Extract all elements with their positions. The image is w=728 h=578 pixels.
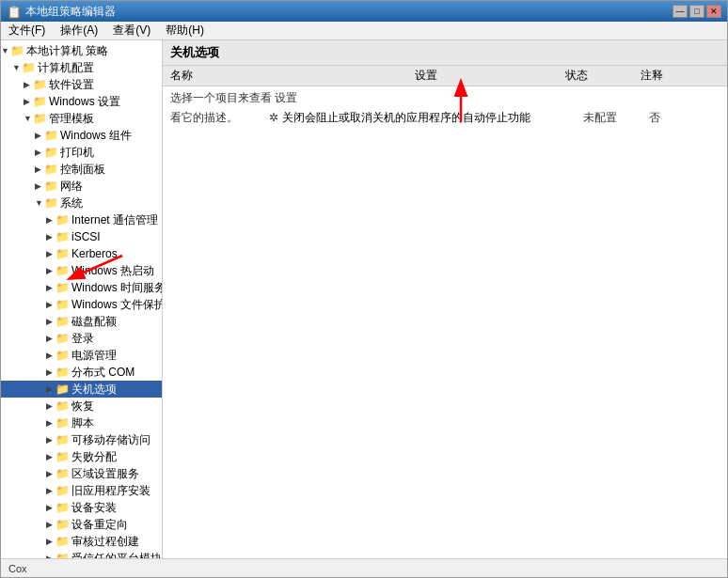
tree-item-network[interactable]: ▶📁网络 — [1, 178, 162, 195]
tree-item-regional-services[interactable]: ▶📁区域设置服务 — [1, 465, 162, 482]
tree-item-iscsi[interactable]: ▶📁iSCSI — [1, 228, 162, 245]
tree-label-regional-services: 区域设置服务 — [71, 466, 139, 481]
title-bar-buttons[interactable]: — □ ✕ — [673, 5, 721, 18]
policy-item-name[interactable]: 关闭会阻止或取消关机的应用程序的自动停止功能 — [282, 111, 530, 124]
tree-item-admin-templates[interactable]: ▼📁管理模板 — [1, 110, 162, 127]
col-header-note: 注释 — [641, 68, 716, 84]
folder-icon-regional-services: 📁 — [55, 466, 70, 481]
tree-arrow-regional-services: ▶ — [46, 466, 55, 481]
folder-icon-printers: 📁 — [44, 145, 58, 160]
col-header-status: 状态 — [565, 68, 641, 84]
tree-label-locale: 失败分配 — [71, 449, 117, 464]
right-body: 选择一个项目来查看 设置 看它的描述。 ✲ 关闭会阻止或取消关机的应用程序的自动… — [163, 86, 727, 558]
tree-item-scripts[interactable]: ▶📁脚本 — [1, 414, 162, 431]
tree-item-logon[interactable]: ▶📁登录 — [1, 330, 162, 347]
status-text: Cox — [8, 563, 27, 574]
tree-label-computer-config: 计算机配置 — [38, 60, 94, 75]
folder-icon-shutdown: 📁 — [55, 382, 70, 397]
folder-icon-windows-file-protection: 📁 — [55, 297, 70, 312]
tree-item-windows-autologon[interactable]: ▶📁Windows 热启动 — [1, 262, 162, 279]
tree-item-computer-config[interactable]: ▼📁计算机配置 — [1, 59, 162, 76]
tree-item-device-redirect[interactable]: ▶📁设备重定向 — [1, 516, 162, 533]
tree-item-control-panel[interactable]: ▶📁控制面板 — [1, 161, 162, 178]
tree-item-windows-file-protection[interactable]: ▶📁Windows 文件保护 — [1, 296, 162, 313]
tree-label-app-install: 旧应用程序安装 — [71, 483, 150, 498]
tree-label-logon: 登录 — [71, 331, 94, 346]
tree-arrow-kerberos: ▶ — [46, 246, 55, 261]
tree-item-trusted-platform[interactable]: ▶📁受信任的平台模块服务 — [1, 550, 162, 558]
tree-arrow-printers: ▶ — [35, 145, 44, 160]
tree-item-app-install[interactable]: ▶📁旧应用程序安装 — [1, 482, 162, 499]
tree-label-system: 系统 — [60, 195, 83, 211]
tree-label-windows-autologon: Windows 热启动 — [71, 263, 154, 278]
tree-item-shutdown[interactable]: ▶📁关机选项 — [1, 381, 162, 398]
tree-label-kerberos: Kerberos — [71, 246, 118, 261]
minimize-button[interactable]: — — [673, 5, 688, 18]
tree-item-windows-time[interactable]: ▶📁Windows 时间服务 — [1, 279, 162, 296]
tree-arrow-windows-components: ▶ — [35, 128, 44, 143]
tree-arrow-device-install: ▶ — [46, 500, 55, 515]
tree-item-removable-storage[interactable]: ▶📁可移动存储访问 — [1, 431, 162, 448]
tree-item-distributed-com[interactable]: ▶📁分布式 COM — [1, 364, 162, 381]
menu-bar: 文件(F) 操作(A) 查看(V) 帮助(H) — [1, 22, 727, 40]
maximize-button[interactable]: □ — [689, 5, 704, 18]
folder-icon-windows-components: 📁 — [44, 128, 58, 143]
window-title: 本地组策略编辑器 — [25, 4, 116, 20]
tree-item-power-mgmt[interactable]: ▶📁电源管理 — [1, 347, 162, 364]
main-window: 📋 本地组策略编辑器 — □ ✕ 文件(F) 操作(A) 查看(V) 帮助(H)… — [0, 0, 728, 578]
tree-arrow-distributed-com: ▶ — [46, 365, 55, 380]
col-header-name: 名称 — [170, 68, 415, 84]
tree-arrow-root-computer: ▼ — [1, 43, 10, 58]
tree-label-internet-comm: Internet 通信管理 — [71, 212, 158, 227]
tree-label-disk-quota: 磁盘配额 — [71, 314, 117, 329]
tree-label-printers: 打印机 — [60, 145, 94, 160]
tree-label-network: 网络 — [60, 179, 83, 194]
description-line1: 选择一个项目来查看 设置 — [170, 90, 720, 106]
tree-arrow-power-mgmt: ▶ — [46, 348, 55, 363]
title-bar-left: 📋 本地组策略编辑器 — [7, 4, 116, 20]
tree-item-windows-settings[interactable]: ▶📁Windows 设置 — [1, 93, 162, 110]
tree-item-internet-comm[interactable]: ▶📁Internet 通信管理 — [1, 211, 162, 228]
tree-label-windows-components: Windows 组件 — [60, 128, 132, 143]
tree-arrow-trusted-platform: ▶ — [46, 551, 55, 558]
tree-arrow-device-redirect: ▶ — [46, 517, 55, 532]
tree-item-locale[interactable]: ▶📁失败分配 — [1, 448, 162, 465]
tree-arrow-windows-file-protection: ▶ — [46, 297, 55, 312]
folder-icon-locale: 📁 — [55, 449, 70, 464]
tree-item-recovery[interactable]: ▶📁恢复 — [1, 398, 162, 414]
tree-item-device-install[interactable]: ▶📁设备安装 — [1, 499, 162, 516]
folder-icon-windows-settings: 📁 — [33, 94, 47, 109]
tree-item-root-computer[interactable]: ▼📁本地计算机 策略 — [1, 42, 162, 59]
tree-item-software-settings[interactable]: ▶📁软件设置 — [1, 76, 162, 93]
menu-action[interactable]: 操作(A) — [56, 22, 102, 39]
tree-label-distributed-com: 分布式 COM — [71, 365, 135, 380]
menu-file[interactable]: 文件(F) — [5, 22, 49, 39]
folder-icon-distributed-com: 📁 — [55, 365, 70, 380]
tree-arrow-shutdown: ▶ — [46, 382, 55, 397]
folder-icon-windows-time: 📁 — [55, 280, 70, 295]
tree-item-windows-components[interactable]: ▶📁Windows 组件 — [1, 127, 162, 144]
tree-item-printers[interactable]: ▶📁打印机 — [1, 144, 162, 161]
tree-label-device-install2: 审核过程创建 — [71, 534, 139, 549]
menu-help[interactable]: 帮助(H) — [162, 22, 208, 39]
tree-label-removable-storage: 可移动存储访问 — [71, 432, 150, 447]
tree-label-device-redirect: 设备重定向 — [71, 517, 128, 532]
tree-arrow-computer-config: ▼ — [12, 60, 22, 75]
tree-label-root-computer: 本地计算机 策略 — [26, 43, 108, 58]
tree-label-device-install: 设备安装 — [71, 500, 117, 515]
policy-item-status: 未配置 — [583, 111, 617, 124]
tree-arrow-recovery: ▶ — [46, 398, 55, 414]
column-headers: 名称 设置 状态 注释 — [163, 66, 727, 86]
close-button[interactable]: ✕ — [706, 5, 721, 18]
folder-icon-iscsi: 📁 — [55, 229, 70, 244]
tree-item-kerberos[interactable]: ▶📁Kerberos — [1, 245, 162, 262]
tree-item-device-install2[interactable]: ▶📁审核过程创建 — [1, 533, 162, 550]
folder-icon-root-computer: 📁 — [10, 43, 24, 58]
folder-icon-control-panel: 📁 — [44, 162, 58, 177]
tree-label-trusted-platform: 受信任的平台模块服务 — [71, 551, 163, 558]
menu-view[interactable]: 查看(V) — [109, 22, 154, 39]
description-line2: 看它的描述。 ✲ 关闭会阻止或取消关机的应用程序的自动停止功能 未配置 否 — [170, 110, 720, 126]
tree-item-disk-quota[interactable]: ▶📁磁盘配额 — [1, 313, 162, 330]
tree-arrow-logon: ▶ — [46, 331, 55, 346]
tree-item-system[interactable]: ▼📁系统 — [1, 195, 162, 211]
